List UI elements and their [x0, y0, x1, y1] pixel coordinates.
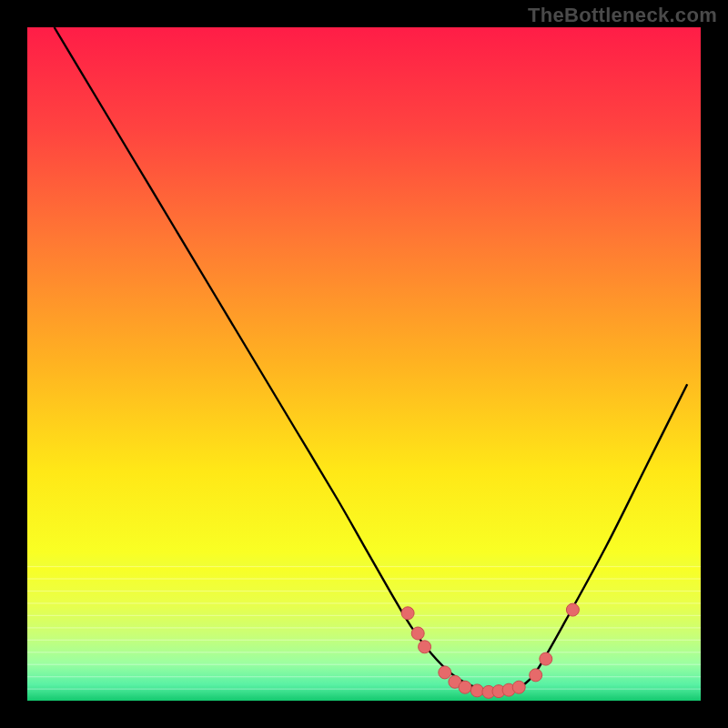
svg-rect-11 [27, 689, 701, 690]
svg-rect-9 [27, 664, 701, 665]
curve-marker-dot [540, 652, 552, 665]
svg-rect-1 [27, 566, 701, 567]
svg-rect-10 [27, 676, 701, 677]
svg-rect-5 [27, 615, 701, 616]
curve-marker-dot [566, 603, 579, 616]
svg-rect-2 [27, 578, 701, 579]
curve-marker-dot [401, 607, 414, 620]
curve-marker-dot [411, 627, 424, 640]
curve-marker-dot [419, 641, 431, 653]
chart-panel [27, 27, 701, 701]
bottom-band-stripes [27, 566, 701, 701]
stage: TheBottleneck.com [0, 0, 728, 728]
curve-marker-dot [470, 684, 483, 697]
svg-rect-4 [27, 602, 701, 603]
svg-rect-3 [27, 591, 701, 592]
curve-marker-dot [439, 666, 451, 679]
bottleneck-chart [27, 27, 701, 701]
curve-marker-dot [512, 681, 525, 693]
svg-rect-7 [27, 640, 701, 641]
curve-marker-dot [530, 669, 542, 682]
curve-marker-dot [459, 681, 471, 693]
watermark-text: TheBottleneck.com [528, 4, 717, 27]
svg-rect-8 [27, 652, 701, 652]
svg-rect-0 [27, 566, 701, 701]
svg-rect-6 [27, 627, 701, 628]
